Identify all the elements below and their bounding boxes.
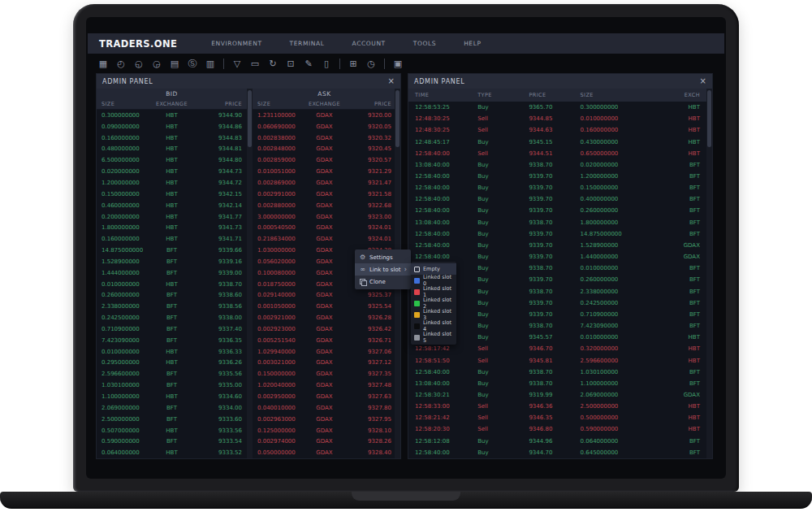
ask-row[interactable]: 0.002921000GDAX9326.28 — [253, 312, 396, 323]
trade-row[interactable]: 13:08:40:00Buy9338.701.100000000BFT — [408, 378, 706, 389]
nav-item-account[interactable]: ACCOUNT — [352, 40, 386, 47]
bid-row[interactable]: 0.020000000HBT9344.73 — [97, 166, 247, 177]
ask-row[interactable]: 0.003021000GDAX9327.12 — [253, 358, 396, 369]
edit-pencil-icon[interactable]: ✎ — [301, 57, 316, 71]
bid-row[interactable]: 1.100000000HBT9334.60 — [97, 391, 247, 402]
clock-icon[interactable]: ◷ — [364, 57, 378, 71]
ask-row[interactable]: 0.150000000GDAX9327.35 — [253, 368, 396, 380]
slot-menu-item-linked-slot-0[interactable]: Linked slot 0 — [411, 275, 456, 286]
export-icon[interactable]: ⊡ — [283, 57, 298, 71]
trade-row[interactable]: 12:58:51:50Sell9345.812.596600000HBT — [408, 354, 706, 366]
trade-row[interactable]: 13:08:40:00Buy9338.700.020000000BFT — [408, 159, 706, 171]
trade-row[interactable]: 12:58:40:00Sell9344.510.650000000HBT — [408, 148, 706, 159]
ask-row[interactable]: 3.000000000GDAX9323.00 — [253, 211, 396, 223]
slot-menu-item-linked-slot-3[interactable]: Linked slot 3 — [411, 309, 456, 320]
trades-scrollbar-thumb[interactable] — [707, 90, 711, 147]
ask-scrollbar-thumb[interactable] — [395, 90, 400, 147]
trade-row[interactable]: 12:48:45:17Buy9345.150.430000000HBT — [408, 136, 706, 147]
ask-row[interactable]: 0.002869000GDAX9321.47 — [253, 177, 396, 189]
menu-item-settings[interactable]: ⚙Settings — [355, 251, 411, 263]
ask-row[interactable]: 0.060690000GDAX9320.05 — [253, 121, 396, 132]
trade-row[interactable]: 12:58:40:00Buy9344.700.645000000BFT — [408, 447, 706, 458]
bid-row[interactable]: 0.150000000HBT9342.15 — [97, 189, 247, 200]
ask-row[interactable]: 0.002880000GDAX9322.68 — [253, 200, 396, 211]
bid-row[interactable]: 2.596600000BFT9335.56 — [97, 368, 247, 380]
ask-row[interactable]: 0.002923000GDAX9326.42 — [253, 323, 396, 335]
ask-row[interactable]: 1.231100000GDAX9320.00 — [253, 110, 396, 121]
bid-scrollbar-thumb[interactable] — [248, 90, 252, 147]
bid-row[interactable]: 7.423090000BFT9336.35 — [97, 335, 247, 346]
trade-row[interactable]: 12:58:40:00Buy9339.700.150000000BFT — [408, 182, 706, 193]
history-clock-icon[interactable]: ◴ — [114, 57, 128, 71]
bid-row[interactable]: 0.090000000HBT9344.86 — [97, 121, 247, 132]
ask-row[interactable]: 0.005251540GDAX9326.71 — [253, 335, 396, 346]
history-clock-icon-2[interactable]: ◵ — [132, 57, 146, 71]
trades-panel-header[interactable]: ADMIN PANEL × — [408, 74, 712, 89]
ask-row[interactable]: 0.000540500GDAX9324.01 — [253, 222, 396, 233]
trade-row[interactable]: 12:58:40:00Buy9339.701.528900000GDAX — [408, 240, 706, 251]
nav-item-help[interactable]: HELP — [464, 40, 481, 47]
bid-row[interactable]: 2.500000000BFT9333.60 — [97, 414, 247, 425]
bid-row[interactable]: 0.260000000BFT9338.60 — [97, 290, 247, 302]
menu-item-clone[interactable]: Clone — [355, 276, 411, 288]
calendar-icon[interactable]: ▣ — [391, 57, 405, 71]
bid-row[interactable]: 0.507000000HBT9333.56 — [97, 425, 247, 436]
bid-row[interactable]: 1.444000000BFT9339.00 — [97, 267, 247, 279]
ask-row[interactable]: 0.002859000GDAX9320.57 — [253, 154, 396, 166]
bid-row[interactable]: 0.480000000HBT9344.81 — [97, 144, 247, 155]
ask-row[interactable]: 0.002974000GDAX9328.26 — [253, 436, 396, 447]
slot-menu-item-empty[interactable]: Empty — [411, 263, 456, 275]
menu-item-link-to-slot[interactable]: ∞Link to slot› — [355, 263, 411, 276]
trade-row[interactable]: 12:48:30:25Sell9344.630.160000000HBT — [408, 124, 706, 136]
bid-row[interactable]: 0.010000000HBT9336.33 — [97, 346, 247, 358]
nav-item-tools[interactable]: TOOLS — [413, 40, 436, 47]
nav-item-terminal[interactable]: TERMINAL — [290, 40, 325, 47]
trade-row[interactable]: 12:58:40:00Buy9339.700.260000000BFT — [408, 205, 706, 216]
ask-row[interactable]: 0.040010000GDAX9327.80 — [253, 402, 396, 414]
trade-row[interactable]: 12:58:17:42Sell9346.700.320000000HBT — [408, 343, 706, 354]
bid-row[interactable]: 0.160000000HBT9344.83 — [97, 132, 247, 144]
bid-row[interactable]: 0.295000000HBT9336.26 — [97, 358, 247, 369]
bid-row[interactable]: 6.500000000HBT9344.80 — [97, 154, 247, 166]
ask-row[interactable]: 0.218634000GDAX9324.01 — [253, 233, 396, 245]
bid-row[interactable]: 1.800000000HBT9341.73 — [97, 222, 247, 233]
ask-row[interactable]: 0.029140000GDAX9325.37 — [253, 290, 396, 302]
bid-row[interactable]: 1.200000000HBT9344.72 — [97, 177, 247, 189]
bid-row[interactable]: 1.528900000BFT9339.16 — [97, 256, 247, 267]
trade-row[interactable]: 12:58:40:00Buy9339.701.200000000BFT — [408, 171, 706, 182]
bid-row[interactable]: 2.338000000BFT9338.56 — [97, 301, 247, 312]
close-icon[interactable]: × — [388, 77, 395, 85]
slot-menu-item-linked-slot-4[interactable]: Linked slot 4 — [411, 320, 456, 332]
bid-row[interactable]: 0.010000000HBT9338.70 — [97, 279, 247, 290]
trade-row[interactable]: 12:58:40:00Buy9339.7014.875000000BFT — [408, 228, 706, 240]
trade-row[interactable]: 12:58:53:25Buy9365.700.300000000HBT — [408, 102, 706, 113]
ask-row[interactable]: 0.002963000GDAX9327.95 — [253, 414, 396, 425]
slot-menu-item-linked-slot-2[interactable]: Linked slot 2 — [411, 297, 456, 309]
trade-row[interactable]: 12:58:20:30Sell9346.800.590000000HBT — [408, 423, 706, 435]
trade-row[interactable]: 12:58:40:00Buy9339.700.400000000BFT — [408, 193, 706, 205]
close-icon[interactable]: × — [700, 77, 706, 85]
trade-row[interactable]: 12:48:30:25Sell9344.850.010000000HBT — [408, 113, 706, 124]
ask-row[interactable]: 0.050000000GDAX9328.40 — [253, 447, 396, 458]
ask-row[interactable]: 0.010051000GDAX9321.29 — [253, 166, 396, 177]
trade-row[interactable]: 12:58:33:00Sell9346.362.500000000HBT — [408, 401, 706, 412]
ask-row[interactable]: 0.125000000GDAX9328.10 — [253, 425, 396, 436]
grid-icon[interactable]: ▦ — [96, 57, 110, 71]
ask-row[interactable]: 0.002991000GDAX9321.58 — [253, 189, 396, 200]
bid-row[interactable]: 0.590000000BFT9333.54 — [97, 436, 247, 447]
trade-row[interactable]: 12:58:30:21Buy9319.992.069000000GDAX — [408, 389, 706, 401]
bid-row[interactable]: 0.200000000HBT9341.77 — [97, 211, 247, 223]
table-add-icon[interactable]: ▤ — [167, 57, 182, 71]
orderbook-panel-header[interactable]: ADMIN PANEL × — [97, 74, 400, 89]
nav-item-environment[interactable]: ENVIRONMENT — [211, 40, 261, 47]
trade-row[interactable]: 12:58:12:08Buy9344.960.064000000BFT — [408, 436, 706, 447]
bar-chart-icon[interactable]: ▥ — [203, 57, 218, 71]
bid-row[interactable]: 2.069000000BFT9334.00 — [97, 402, 247, 414]
sync-icon[interactable]: ↻ — [266, 57, 280, 71]
slot-menu-item-linked-slot-5[interactable]: Linked slot 5 — [411, 332, 456, 343]
filter-icon[interactable]: ▽ — [230, 57, 244, 71]
bid-row[interactable]: 0.710900000BFT9337.40 — [97, 323, 247, 335]
ask-row[interactable]: 0.002838000GDAX9320.32 — [253, 132, 396, 144]
ask-row[interactable]: 1.020040000GDAX9327.48 — [253, 380, 396, 391]
ask-row[interactable]: 0.002950000GDAX9327.63 — [253, 391, 396, 402]
